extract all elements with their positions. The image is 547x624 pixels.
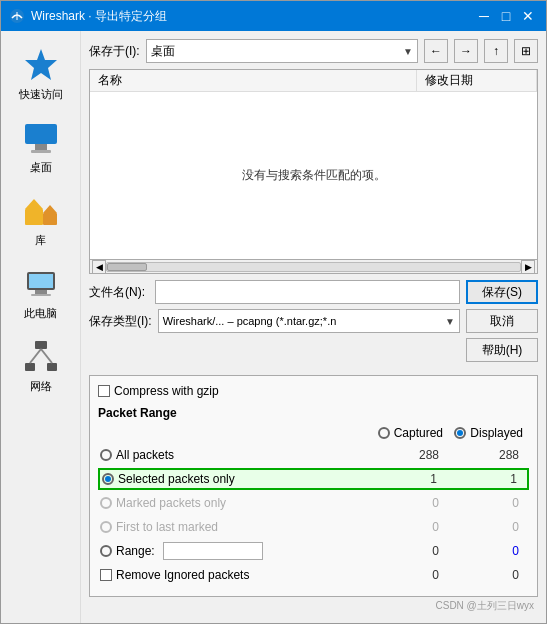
remove-ignored-captured: 0 (369, 568, 449, 582)
help-button[interactable]: 帮助(H) (466, 338, 538, 362)
all-packets-radio[interactable] (100, 449, 112, 461)
captured-col-header: Captured (369, 426, 449, 440)
forward-icon: → (460, 44, 472, 58)
path-combobox[interactable]: 桌面 ▼ (146, 39, 418, 63)
minimize-button[interactable]: ─ (474, 6, 494, 26)
selected-packets-displayed: 1 (447, 472, 527, 486)
pr-header-row: Captured Displayed (98, 426, 529, 440)
svg-rect-8 (29, 274, 53, 288)
back-icon: ← (430, 44, 442, 58)
filetype-dropdown-arrow: ▼ (445, 316, 455, 327)
filetype-row: 保存类型(I): Wireshark/... – pcapng (*.ntar.… (89, 309, 538, 333)
filetype-label: 保存类型(I): (89, 313, 152, 330)
library-icon (21, 191, 61, 231)
file-list-container: 名称 修改日期 没有与搜索条件匹配的项。 ◀ ▶ (89, 69, 538, 274)
captured-radio[interactable] (378, 427, 390, 439)
first-to-last-label: First to last marked (98, 520, 369, 534)
remove-ignored-label: Remove Ignored packets (98, 568, 369, 582)
save-button[interactable]: 保存(S) (466, 280, 538, 304)
displayed-radio[interactable] (454, 427, 466, 439)
range-input[interactable] (163, 542, 263, 560)
title-bar-controls: ─ □ ✕ (474, 6, 538, 26)
sidebar-item-network-label: 网络 (30, 379, 52, 394)
remove-ignored-text: Remove Ignored packets (116, 568, 249, 582)
filetype-combobox[interactable]: Wireshark/... – pcapng (*.ntar.gz;*.n ▼ (158, 309, 460, 333)
cancel-button[interactable]: 取消 (466, 309, 538, 333)
first-to-last-text: First to last marked (116, 520, 218, 534)
col-date: 修改日期 (417, 70, 537, 91)
window-title: Wireshark · 导出特定分组 (31, 8, 167, 25)
title-bar-left: Wireshark · 导出特定分组 (9, 8, 167, 25)
svg-marker-1 (25, 49, 57, 80)
horizontal-scrollbar[interactable]: ◀ ▶ (90, 259, 537, 273)
selected-packets-label: Selected packets only (100, 472, 367, 486)
svg-line-14 (30, 349, 41, 363)
all-packets-displayed: 288 (449, 448, 529, 462)
file-list-header: 名称 修改日期 (90, 70, 537, 92)
selected-packets-captured: 1 (367, 472, 447, 486)
all-packets-row: All packets 288 288 (98, 444, 529, 466)
filename-input[interactable] (155, 280, 460, 304)
sidebar-item-desktop-label: 桌面 (30, 160, 52, 175)
remove-ignored-checkbox[interactable] (100, 569, 112, 581)
sidebar-item-library[interactable]: 库 (5, 185, 77, 254)
compress-label: Compress with gzip (114, 384, 219, 398)
star-icon (21, 45, 61, 85)
svg-rect-6 (43, 213, 57, 225)
sidebar-item-quickaccess[interactable]: 快速访问 (5, 39, 77, 108)
marked-packets-radio[interactable] (100, 497, 112, 509)
range-radio[interactable] (100, 545, 112, 557)
desktop-icon (21, 118, 61, 158)
first-to-last-radio[interactable] (100, 521, 112, 533)
svg-rect-12 (25, 363, 35, 371)
forward-button[interactable]: → (454, 39, 478, 63)
scroll-left-button[interactable]: ◀ (92, 260, 106, 274)
filetype-value: Wireshark/... – pcapng (*.ntar.gz;*.n (163, 315, 445, 327)
col-name: 名称 (90, 70, 417, 91)
all-packets-label: All packets (98, 448, 369, 462)
remove-ignored-row: Remove Ignored packets 0 0 (98, 564, 529, 586)
scroll-track[interactable] (106, 262, 521, 272)
selected-packets-radio[interactable] (102, 473, 114, 485)
first-to-last-row: First to last marked 0 0 (98, 516, 529, 538)
sidebar-item-library-label: 库 (35, 233, 46, 248)
up-button[interactable]: ↑ (484, 39, 508, 63)
range-label: Range: (98, 542, 369, 560)
path-dropdown-arrow: ▼ (403, 46, 413, 57)
packet-range-section: Compress with gzip Packet Range Captured… (89, 375, 538, 597)
marked-packets-label: Marked packets only (98, 496, 369, 510)
scroll-right-button[interactable]: ▶ (521, 260, 535, 274)
network-icon (21, 337, 61, 377)
scroll-thumb[interactable] (107, 263, 147, 271)
svg-rect-3 (35, 144, 47, 150)
sidebar-item-desktop[interactable]: 桌面 (5, 112, 77, 181)
up-icon: ↑ (493, 44, 499, 58)
displayed-label: Displayed (470, 426, 523, 440)
pr-title: Packet Range (98, 406, 529, 420)
computer-icon (21, 264, 61, 304)
sidebar-item-network[interactable]: 网络 (5, 331, 77, 400)
first-to-last-displayed: 0 (449, 520, 529, 534)
selected-packets-text: Selected packets only (118, 472, 235, 486)
main-panel: 保存于(I): 桌面 ▼ ← → ↑ ⊞ (81, 31, 546, 623)
all-packets-text: All packets (116, 448, 174, 462)
sidebar-item-thispc[interactable]: 此电脑 (5, 258, 77, 327)
sidebar-item-quickaccess-label: 快速访问 (19, 87, 63, 102)
svg-rect-5 (25, 209, 43, 225)
svg-rect-13 (47, 363, 57, 371)
app-icon (9, 8, 25, 24)
range-captured: 0 (369, 544, 449, 558)
close-button[interactable]: ✕ (518, 6, 538, 26)
svg-rect-11 (35, 341, 47, 349)
maximize-button[interactable]: □ (496, 6, 516, 26)
sidebar: 快速访问 桌面 库 (1, 31, 81, 623)
title-bar: Wireshark · 导出特定分组 ─ □ ✕ (1, 1, 546, 31)
svg-rect-4 (31, 150, 51, 153)
sidebar-item-thispc-label: 此电脑 (24, 306, 57, 321)
marked-packets-captured: 0 (369, 496, 449, 510)
new-folder-button[interactable]: ⊞ (514, 39, 538, 63)
compress-checkbox[interactable] (98, 385, 110, 397)
back-button[interactable]: ← (424, 39, 448, 63)
compress-row: Compress with gzip (98, 384, 529, 398)
file-list-body: 没有与搜索条件匹配的项。 (90, 92, 537, 259)
